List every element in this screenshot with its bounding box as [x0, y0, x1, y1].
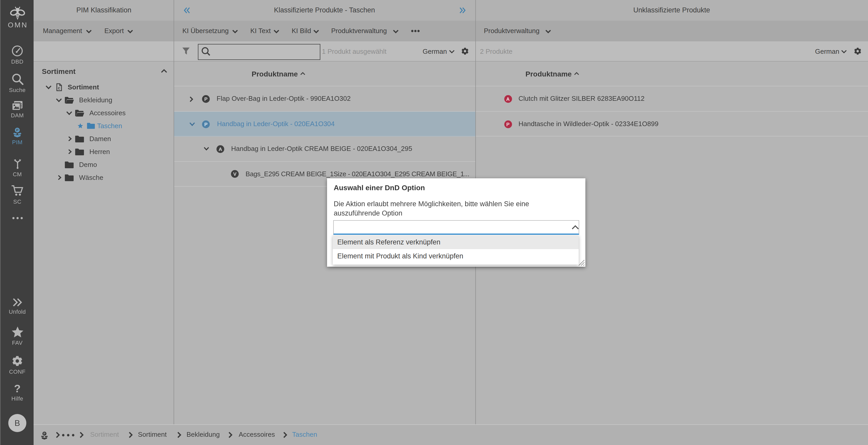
svg-text:P: P	[43, 432, 45, 435]
svg-text:P: P	[16, 128, 19, 132]
svg-text:c: c	[58, 86, 60, 90]
